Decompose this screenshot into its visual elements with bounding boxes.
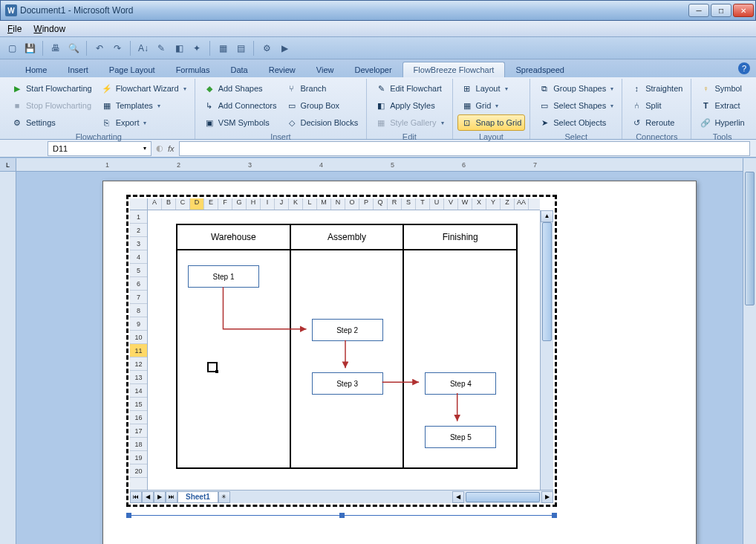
step-2-box[interactable]: Step 2 (312, 319, 383, 341)
redo-icon[interactable]: ↷ (110, 41, 125, 56)
row-3[interactable]: 3 (130, 237, 147, 250)
stop-flowcharting-button[interactable]: ■Stop Flowcharting (7, 97, 96, 114)
tab-flowbreeze[interactable]: FlowBreeze Flowchart (403, 62, 506, 77)
row-20[interactable]: 20 (130, 464, 147, 478)
row-5[interactable]: 5 (130, 264, 147, 277)
export-button[interactable]: ⎘Export▾ (97, 114, 190, 131)
row-14[interactable]: 14 (130, 384, 147, 398)
col-B[interactable]: B (162, 198, 176, 210)
run-icon[interactable]: ▶ (277, 41, 292, 56)
reroute-button[interactable]: ↺Reroute (627, 114, 686, 131)
vsm-symbols-button[interactable]: ▣VSM Symbols (200, 114, 281, 131)
cleanup-icon[interactable]: ✦ (189, 41, 204, 56)
start-flowcharting-button[interactable]: ▶Start Flowcharting (7, 80, 96, 97)
tab-spreadspeed[interactable]: Spreadspeed (505, 62, 574, 77)
highlight-icon[interactable]: ◧ (172, 41, 186, 56)
col-X[interactable]: X (472, 198, 486, 210)
paint-icon[interactable]: ✎ (154, 41, 169, 56)
col-E[interactable]: E (204, 198, 218, 210)
tab-developer[interactable]: Developer (344, 62, 402, 77)
row-11[interactable]: 11 (130, 344, 147, 357)
col-C[interactable]: C (176, 198, 190, 210)
new-icon[interactable]: ▢ (4, 41, 19, 56)
style-gallery-button[interactable]: ▦Style Gallery▾ (371, 114, 447, 131)
tool2-icon[interactable]: ▤ (233, 41, 248, 56)
row-12[interactable]: 12 (130, 357, 147, 371)
help-icon[interactable]: ? (738, 62, 750, 74)
layout-button[interactable]: ⊞Layout▾ (457, 80, 526, 97)
embedded-vertical-scrollbar[interactable]: ▲ (540, 210, 553, 490)
templates-button[interactable]: ▦Templates▾ (97, 97, 190, 114)
cell-grid[interactable]: Warehouse Assembly Finishing Step 1 Step… (148, 210, 540, 490)
add-shapes-button[interactable]: ◆Add Shapes (200, 80, 281, 97)
col-T[interactable]: T (416, 198, 430, 210)
col-D[interactable]: D (190, 198, 204, 210)
col-F[interactable]: F (218, 198, 232, 210)
row-8[interactable]: 8 (130, 304, 147, 317)
embedded-horizontal-scrollbar[interactable]: ⏮◀▶⏭ Sheet1 ✳ ◀▶ (130, 490, 553, 503)
grid-button[interactable]: ▦Grid▾ (457, 97, 526, 114)
extract-button[interactable]: TExtract (696, 97, 748, 114)
row-7[interactable]: 7 (130, 291, 147, 304)
select-shapes-button[interactable]: ▭Select Shapes▾ (535, 97, 617, 114)
group-shapes-button[interactable]: ⧉Group Shapes▾ (535, 80, 617, 97)
hyperlink-button[interactable]: 🔗Hyperlin (696, 114, 748, 131)
minimize-button[interactable]: ─ (688, 4, 709, 17)
new-sheet-button[interactable]: ✳ (218, 491, 230, 503)
col-I[interactable]: I (261, 198, 275, 210)
step-3-box[interactable]: Step 3 (312, 372, 383, 395)
col-Q[interactable]: Q (374, 198, 388, 210)
vertical-scrollbar[interactable] (743, 158, 756, 544)
row-19[interactable]: 19 (130, 451, 147, 464)
step-5-box[interactable]: Step 5 (425, 426, 496, 448)
maximize-button[interactable]: □ (711, 4, 731, 17)
col-W[interactable]: W (458, 198, 472, 210)
row-10[interactable]: 10 (130, 331, 147, 344)
row-6[interactable]: 6 (130, 277, 147, 291)
row-17[interactable]: 17 (130, 424, 147, 438)
name-box[interactable]: D11 ▾ (48, 141, 151, 156)
flowchart-wizard-button[interactable]: ⚡Flowchart Wizard▾ (97, 80, 190, 97)
sort-icon[interactable]: A↓ (136, 41, 151, 56)
col-Y[interactable]: Y (486, 198, 501, 210)
straighten-button[interactable]: ↕Straighten (627, 80, 686, 97)
col-P[interactable]: P (359, 198, 374, 210)
col-L[interactable]: L (303, 198, 317, 210)
row-9[interactable]: 9 (130, 317, 147, 331)
save-icon[interactable]: 💾 (22, 41, 37, 56)
row-16[interactable]: 16 (130, 411, 147, 424)
col-M[interactable]: M (317, 198, 331, 210)
row-4[interactable]: 4 (130, 250, 147, 264)
row-15[interactable]: 15 (130, 398, 147, 411)
tab-review[interactable]: Review (258, 62, 306, 77)
col-O[interactable]: O (345, 198, 359, 210)
tab-data[interactable]: Data (220, 62, 258, 77)
embedded-spreadsheet[interactable]: ABCDEFGHIJKLMNOPQRSTUVWXYZAA 12345678910… (126, 195, 557, 507)
tab-view[interactable]: View (306, 62, 345, 77)
select-objects-button[interactable]: ➤Select Objects (535, 114, 617, 131)
col-Z[interactable]: Z (501, 198, 515, 210)
row-13[interactable]: 13 (130, 371, 147, 384)
col-A[interactable]: A (148, 198, 162, 210)
menu-file[interactable]: File (3, 22, 26, 36)
row-1[interactable]: 1 (130, 210, 147, 224)
row-18[interactable]: 18 (130, 438, 147, 451)
tab-page-layout[interactable]: Page Layout (99, 62, 166, 77)
col-H[interactable]: H (247, 198, 261, 210)
col-U[interactable]: U (430, 198, 444, 210)
col-N[interactable]: N (331, 198, 345, 210)
add-connectors-button[interactable]: ↳Add Connectors (200, 97, 281, 114)
tool1-icon[interactable]: ▦ (215, 41, 230, 56)
undo-icon[interactable]: ↶ (92, 41, 107, 56)
sheet-tab[interactable]: Sheet1 (177, 491, 218, 503)
settings-button[interactable]: ⚙Settings (7, 114, 96, 131)
print-icon[interactable]: 🖶 (48, 41, 63, 56)
column-headers[interactable]: ABCDEFGHIJKLMNOPQRSTUVWXYZAA (148, 198, 540, 210)
step-4-box[interactable]: Step 4 (425, 372, 496, 395)
step-1-box[interactable]: Step 1 (188, 265, 259, 288)
tab-home[interactable]: Home (15, 62, 57, 77)
col-V[interactable]: V (444, 198, 458, 210)
select-all-corner[interactable] (130, 198, 148, 210)
edit-flowchart-button[interactable]: ✎Edit Flowchart (371, 80, 447, 97)
split-button[interactable]: ⑃Split (627, 97, 686, 114)
